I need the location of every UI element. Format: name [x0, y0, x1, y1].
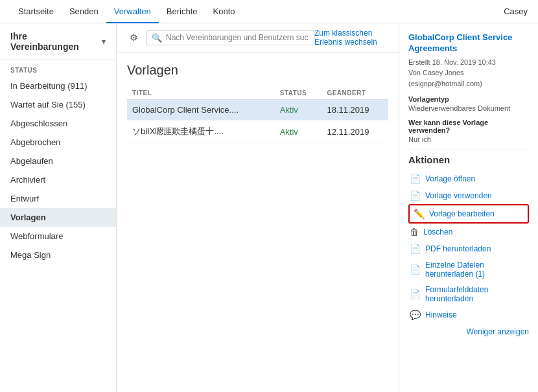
open-icon: 📄: [410, 174, 421, 184]
action-label-edit: Vorlage bearbeiten: [429, 209, 495, 218]
table-area: Vorlagen TITEL STATUS GEÄNDERT GlobalCor…: [117, 52, 399, 392]
use-icon: 📄: [410, 190, 421, 201]
cell-changed: 12.11.2019: [322, 121, 388, 143]
toolbar: ⚙ 🔍 Zum klassischen Erlebnis wechseln: [117, 23, 399, 52]
action-label-delete: Löschen: [423, 227, 452, 236]
content-area: ⚙ 🔍 Zum klassischen Erlebnis wechseln Vo…: [117, 23, 399, 392]
search-box: 🔍: [146, 30, 314, 45]
sidebar-item-abgelaufen[interactable]: Abgelaufen: [0, 152, 116, 170]
formdata-icon: 📄: [410, 289, 421, 299]
cell-title: ソblIX嗯涯欺圭橘蛋十....: [127, 121, 275, 143]
rp-meta-line1: Erstellt 18. Nov. 2019 10:43: [408, 57, 529, 68]
action-label-open: Vorlage öffnen: [425, 174, 475, 183]
less-link[interactable]: Weniger anzeigen: [408, 327, 529, 336]
col-header-changed: GEÄNDERT: [322, 87, 388, 100]
action-delete[interactable]: 🗑Löschen: [408, 224, 529, 240]
sidebar-item-wartet[interactable]: Wartet auf Sie (155): [0, 95, 116, 114]
actions-container: 📄Vorlage öffnen📄Vorlage verwenden✏️Vorla…: [408, 170, 529, 323]
sidebar-item-abgebrochen[interactable]: Abgebrochen: [0, 133, 116, 152]
action-label-formdata: Formularfelddaten herunterladen: [425, 285, 528, 303]
sidebar-item-abgeschlossen[interactable]: Abgeschlossen: [0, 114, 116, 133]
pdf-icon: 📄: [410, 244, 421, 254]
nav-item-berichte[interactable]: Berichte: [159, 0, 205, 23]
action-label-files: Einzelne Dateien herunterladen (1): [425, 260, 528, 279]
sidebar-item-entwurf[interactable]: Entwurf: [0, 189, 116, 208]
files-icon: 📄: [410, 264, 421, 275]
action-label-pdf: PDF herunterladen: [425, 244, 491, 253]
delete-icon: 🗑: [410, 227, 419, 237]
nav-item-konto[interactable]: Konto: [205, 0, 243, 23]
col-header-title: TITEL: [127, 87, 275, 100]
action-open[interactable]: 📄Vorlage öffnen: [408, 170, 529, 187]
sidebar-header[interactable]: Ihre Vereinbarungen ▾: [0, 23, 116, 60]
right-panel: GlobalCorp Client Service Agreements Ers…: [399, 23, 538, 392]
rp-template-type-label: Vorlagentyp: [408, 95, 529, 103]
table-row[interactable]: ソblIX嗯涯欺圭橘蛋十.... Aktiv 12.11.2019: [127, 121, 388, 143]
top-navigation: Startseite Senden Verwalten Berichte Kon…: [0, 0, 538, 23]
cell-changed: 18.11.2019: [322, 100, 388, 121]
chevron-down-icon: ▾: [102, 38, 106, 46]
action-use[interactable]: 📄Vorlage verwenden: [408, 187, 529, 204]
rp-title: GlobalCorp Client Service Agreements: [408, 32, 529, 54]
sidebar-item-in-bearbeitung[interactable]: In Bearbeitung (911): [0, 76, 116, 95]
status-section-label: STATUS: [0, 60, 116, 76]
rp-meta: Erstellt 18. Nov. 2019 10:43 Von Casey J…: [408, 57, 529, 89]
action-pdf[interactable]: 📄PDF herunterladen: [408, 240, 529, 257]
nav-item-startseite[interactable]: Startseite: [10, 0, 62, 23]
action-label-use: Vorlage verwenden: [425, 191, 492, 200]
sidebar-header-label: Ihre Vereinbarungen: [10, 31, 98, 52]
col-header-status: STATUS: [275, 87, 322, 100]
page-title: Vorlagen: [127, 63, 388, 78]
action-notes[interactable]: 💬Hinweise: [408, 306, 529, 323]
search-input[interactable]: [166, 33, 309, 42]
nav-item-senden[interactable]: Senden: [62, 0, 106, 23]
cell-status: Aktiv: [275, 121, 322, 143]
edit-icon: ✏️: [414, 209, 425, 219]
rp-who-value: Nur ich: [408, 135, 529, 143]
templates-table: TITEL STATUS GEÄNDERT GlobalCorp Client …: [127, 87, 388, 143]
rp-who-label: Wer kann diese Vorlage verwenden?: [408, 119, 529, 134]
sidebar-item-mega-sign[interactable]: Mega Sign: [0, 246, 116, 264]
sidebar: Ihre Vereinbarungen ▾ STATUS In Bearbeit…: [0, 23, 117, 392]
cell-status: Aktiv: [275, 100, 322, 121]
notes-icon: 💬: [410, 310, 421, 320]
rp-actions-title: Aktionen: [408, 154, 529, 165]
filter-icon[interactable]: ⚙: [127, 30, 141, 45]
rp-meta-line2: Von Casey Jones (esignpr@hotmail.com): [408, 67, 529, 89]
nav-item-verwalten[interactable]: Verwalten: [106, 0, 159, 23]
action-files[interactable]: 📄Einzelne Dateien herunterladen (1): [408, 257, 529, 282]
sidebar-item-vorlagen[interactable]: Vorlagen: [0, 208, 116, 227]
action-edit[interactable]: ✏️Vorlage bearbeiten: [408, 204, 529, 224]
action-label-notes: Hinweise: [425, 310, 457, 319]
sidebar-item-webformulare[interactable]: Webformulare: [0, 227, 116, 246]
table-row[interactable]: GlobalCorp Client Service.... Aktiv 18.1…: [127, 100, 388, 121]
sidebar-item-archiviert[interactable]: Archiviert: [0, 170, 116, 189]
cell-title: GlobalCorp Client Service....: [127, 100, 275, 121]
user-name[interactable]: Casey: [504, 6, 528, 16]
classic-link[interactable]: Zum klassischen Erlebnis wechseln: [314, 29, 388, 47]
search-icon: 🔍: [152, 33, 162, 43]
rp-template-type-value: Wiederverwendbares Dokument: [408, 104, 529, 112]
action-formdata[interactable]: 📄Formularfelddaten herunterladen: [408, 282, 529, 306]
